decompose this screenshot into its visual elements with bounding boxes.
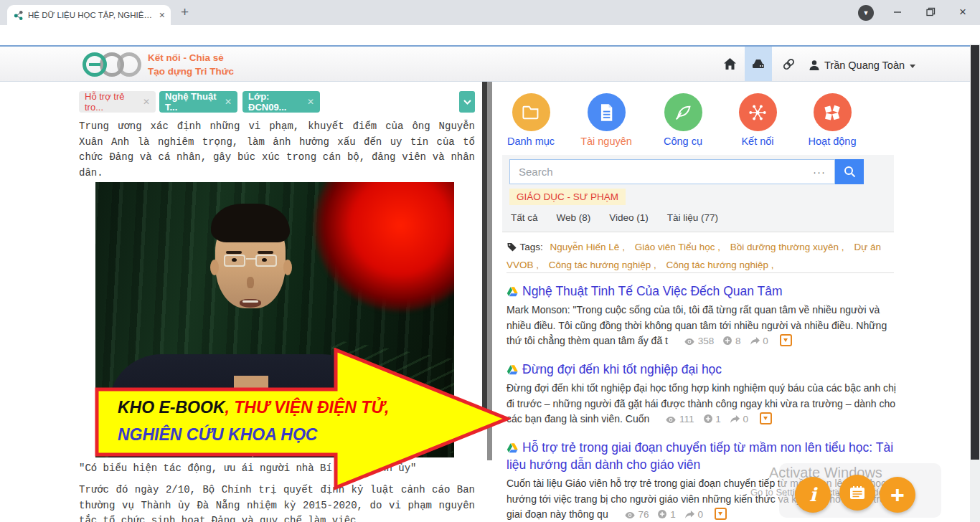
quill-icon: [664, 93, 702, 131]
filter-all[interactable]: Tất cả: [511, 212, 538, 223]
tag-icon: [507, 242, 517, 252]
site-favicon: [13, 9, 24, 21]
tag-link[interactable]: Giáo viên Tiểu học ,: [635, 242, 720, 252]
reader-tab-3[interactable]: Lớp: ĐCN09... ✕: [242, 91, 320, 113]
close-icon[interactable]: ✕: [225, 97, 232, 107]
drive-icon: [751, 57, 765, 70]
user-icon: [809, 60, 820, 71]
search-input[interactable]: [510, 166, 813, 178]
nav-danh-muc[interactable]: Danh mục: [491, 93, 570, 147]
result-stats: 76 1 0: [616, 508, 727, 520]
home-icon[interactable]: [723, 57, 737, 73]
shares-stat: 0: [730, 414, 748, 424]
add-fab-button[interactable]: +: [880, 477, 915, 513]
notes-fab-button[interactable]: [839, 475, 875, 511]
window-minimize-button[interactable]: [892, 6, 903, 19]
chevron-down-icon: [910, 65, 915, 68]
search-button[interactable]: [835, 159, 864, 184]
download-icon[interactable]: [760, 412, 772, 424]
reader-tab-label: Lớp: ĐCN09...: [248, 91, 301, 113]
adds-stat: 1: [657, 509, 675, 520]
user-name: Trần Quang Toàn: [824, 60, 905, 71]
nav-label: Tài nguyên: [567, 136, 646, 147]
new-tab-button[interactable]: +: [181, 4, 189, 20]
filter-tailieu[interactable]: Tài liệu (77): [667, 212, 718, 223]
reader-tab-label: Hỗ trợ trẻ tro...: [85, 91, 137, 113]
search-options-icon[interactable]: ···: [813, 166, 834, 178]
filter-web[interactable]: Web (8): [557, 212, 591, 223]
tab-close-icon[interactable]: ×: [159, 10, 165, 20]
tag-link[interactable]: Bồi dưỡng thường xuyên ,: [730, 242, 844, 252]
result-description: Mark Monson: "Trong cuộc sống của tôi, t…: [507, 303, 897, 349]
reader-tab-1[interactable]: Hỗ trợ trẻ tro... ✕: [79, 91, 156, 113]
nav-label: Hoạt động: [793, 136, 872, 147]
reader-tab-label: Nghệ Thuật T...: [165, 91, 219, 113]
link-icon[interactable]: [782, 57, 796, 74]
article-paragraph-1: Trung ương xác định những vi phạm, khuyế…: [79, 119, 475, 181]
result-title-link[interactable]: Đừng đợi đến khi tốt nghiệp đại học: [522, 362, 722, 376]
result-title-link[interactable]: Nghệ Thuật Tinh Tế Của Việc Đếch Quan Tâ…: [522, 284, 783, 298]
browser-window: HỆ DỮ LIỆU HỌC TẬP, NGHIÊN C × + ▼ × ← →…: [0, 0, 980, 522]
tagline-1: Kết nối - Chia sẻ: [148, 51, 234, 65]
filter-video[interactable]: Video (1): [609, 212, 649, 223]
shares-stat: 0: [684, 509, 703, 520]
adds-stat: 1: [703, 414, 721, 424]
tag-link[interactable]: Nguyễn Hiến Lê ,: [550, 242, 625, 252]
views-stat: 76: [624, 509, 649, 520]
eco-logo[interactable]: [80, 50, 146, 79]
tags-row: Tags: Nguyễn Hiến Lê , Giáo viên Tiểu họ…: [507, 238, 895, 274]
page-scrollbar-thumb[interactable]: [971, 45, 979, 460]
nav-ket-noi[interactable]: Kết nối: [718, 93, 797, 147]
download-icon[interactable]: [780, 334, 792, 346]
reader-tab-2[interactable]: Nghệ Thuật T... ✕: [159, 91, 237, 113]
nav-label: Danh mục: [491, 136, 570, 147]
folder-icon: [512, 93, 550, 131]
chevron-down-icon: [463, 100, 471, 105]
promo-banner-text: KHO E-BOOK, THƯ VIỆN ĐIỆN TỬ, NGHIÊN CỨU…: [118, 394, 389, 448]
category-badge[interactable]: GIÁO DỤC - SƯ PHẠM: [509, 189, 626, 205]
nav-label: Công cụ: [644, 136, 722, 147]
tag-link[interactable]: Công tác hướng nghiệp ,: [666, 260, 774, 270]
tab-title: HỆ DỮ LIỆU HỌC TẬP, NGHIÊN C: [28, 11, 155, 19]
banner-text-black: KHO E-BOOK: [118, 398, 225, 417]
search-icon: [844, 166, 856, 178]
tags-label: Tags:: [520, 242, 543, 252]
media-control-icon[interactable]: ▼: [858, 5, 874, 21]
nav-label: Kết nối: [718, 136, 797, 147]
search-result-2: Đừng đợi đến khi tốt nghiệp đại học Đừng…: [507, 361, 897, 427]
views-stat: 111: [665, 414, 694, 424]
result-stats: 358 8 0: [675, 335, 792, 346]
close-icon[interactable]: ✕: [307, 97, 314, 107]
logo-taglines: Kết nối - Chia sẻ Tạo dựng Tri Thức: [148, 51, 234, 78]
browser-tab[interactable]: HỆ DỮ LIỆU HỌC TẬP, NGHIÊN C ×: [7, 5, 171, 25]
address-bar: ← → Not secure | elearningdttec.phanmemd…: [0, 25, 980, 45]
user-menu[interactable]: Trần Quang Toàn: [809, 60, 915, 71]
shares-stat: 0: [750, 336, 768, 346]
close-icon[interactable]: ✕: [143, 97, 150, 107]
nav-hoat-dong[interactable]: Hoạt động: [793, 93, 872, 147]
notepad-icon: [849, 485, 866, 500]
google-drive-icon: [507, 286, 518, 297]
nav-tai-nguyen[interactable]: Tài nguyên: [567, 93, 646, 147]
banner-text-red: , THƯ VIỆN ĐIỆN TỬ,: [225, 398, 390, 417]
tab-overflow-button[interactable]: [459, 91, 475, 113]
resources-drive-button[interactable]: [745, 47, 772, 81]
tag-link[interactable]: Công tác hướng nghiệp ,: [549, 260, 656, 270]
network-hub-icon: [739, 93, 777, 131]
document-icon: [588, 93, 626, 131]
result-filters: Tất cả Web (8) Video (1) Tài liệu (77): [511, 212, 718, 223]
window-restore-button[interactable]: [925, 6, 936, 19]
papers-icon: [814, 93, 852, 131]
nav-cong-cu[interactable]: Công cụ: [644, 93, 722, 147]
window-close-button[interactable]: ×: [959, 5, 966, 19]
result-description: Đừng đợi đến khi tốt nghiệp đại học tổng…: [507, 381, 897, 427]
divider: [507, 272, 894, 273]
search-box: ···: [509, 159, 835, 184]
tab-strip: HỆ DỮ LIỆU HỌC TẬP, NGHIÊN C × + ▼ ×: [0, 0, 980, 25]
tagline-2: Tạo dựng Tri Thức: [148, 65, 234, 78]
info-fab-button[interactable]: i: [795, 477, 831, 513]
banner-text-blue: NGHIÊN CỨU KHOA HỌC: [118, 425, 317, 444]
result-stats: 111 1 0: [656, 413, 772, 424]
download-icon[interactable]: [715, 508, 727, 520]
adds-stat: 8: [722, 336, 740, 346]
